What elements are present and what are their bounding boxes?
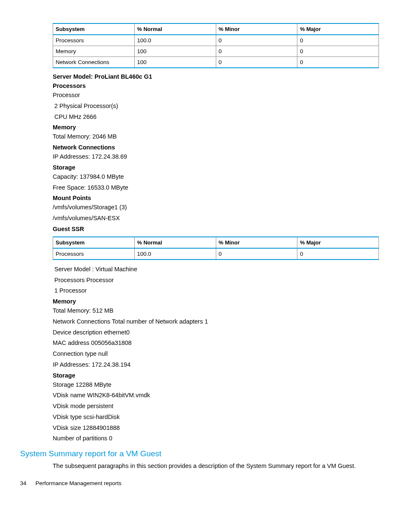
processors-heading: Processors <box>53 82 379 89</box>
storage-heading: Storage <box>53 164 379 171</box>
network-heading: Network Connections <box>53 144 379 151</box>
guest-connection-type: Connection type null <box>53 350 379 359</box>
guest-mac-address: MAC address 005056a31808 <box>53 339 379 348</box>
guest-vdisk-type: VDisk type scsi-hardDisk <box>53 413 379 422</box>
cpu-mhz: CPU MHz 2666 <box>54 113 379 122</box>
section-heading: System Summary report for a VM Guest <box>20 449 379 458</box>
col-subsystem: Subsystem <box>53 237 135 248</box>
guest-processors-label: Processors Processor <box>54 276 379 285</box>
guest-device-desc: Device description ethernet0 <box>53 328 379 337</box>
server-model-heading: Server Model: ProLiant BL460c G1 <box>53 73 379 80</box>
processor-label: Processor <box>53 91 379 100</box>
subsystem-table-host: Subsystem % Normal % Minor % Major Proce… <box>53 23 379 68</box>
col-minor: % Minor <box>216 237 297 248</box>
table-row: Processors 100.0 0 0 <box>53 248 379 260</box>
ip-addresses: IP Addresses: 172.24.38.69 <box>53 152 379 162</box>
footer-title: Performance Management reports <box>36 480 122 486</box>
memory-heading: Memory <box>53 124 379 131</box>
guest-storage-heading: Storage <box>53 372 379 379</box>
guest-memory-heading: Memory <box>53 298 379 305</box>
guest-network-adapters: Network Connections Total number of Netw… <box>53 317 379 326</box>
table-header-row: Subsystem % Normal % Minor % Major <box>53 237 379 248</box>
storage-capacity: Capacity: 137984.0 MByte <box>53 172 379 182</box>
guest-server-model: Server Model : Virtual Machine <box>54 265 379 274</box>
guest-vdisk-size: VDisk size 12884901888 <box>53 424 379 433</box>
col-minor: % Minor <box>216 23 297 35</box>
mount-point-2: /vmfs/volumes/SAN-ESX <box>53 214 379 223</box>
col-subsystem: Subsystem <box>53 23 135 35</box>
guest-ssr-heading: Guest SSR <box>53 226 379 232</box>
storage-free-space: Free Space: 16533.0 MByte <box>53 183 379 193</box>
col-normal: % Normal <box>134 23 216 35</box>
section-paragraph: The subsequent paragraphs in this sectio… <box>53 462 379 471</box>
guest-one-processor: 1 Processor <box>54 286 379 296</box>
guest-vdisk-name: VDisk name WIN2K8-64bitVM.vmdk <box>53 391 379 400</box>
guest-total-memory: Total Memory: 512 MB <box>53 306 379 316</box>
mount-point-1: /vmfs/volumes/Storage1 (3) <box>53 203 379 212</box>
guest-storage-size: Storage 12288 MByte <box>53 380 379 390</box>
guest-ip-addresses: IP Addresses: 172.24.38.194 <box>53 360 379 370</box>
guest-num-partitions: Number of partitions 0 <box>53 434 379 443</box>
col-major: % Major <box>297 23 379 35</box>
subsystem-table-guest: Subsystem % Normal % Minor % Major Proce… <box>53 236 379 260</box>
mount-points-heading: Mount Points <box>53 195 379 201</box>
page-footer: 34 Performance Management reports <box>20 480 379 486</box>
physical-processors: 2 Physical Processor(s) <box>54 102 379 111</box>
table-header-row: Subsystem % Normal % Minor % Major <box>53 23 379 35</box>
total-memory: Total Memory: 2046 MB <box>53 132 379 141</box>
col-normal: % Normal <box>134 237 216 248</box>
table-row: Network Connections 100 0 0 <box>53 57 379 68</box>
guest-vdisk-mode: VDisk mode persistent <box>53 402 379 411</box>
page-number: 34 <box>20 480 26 486</box>
table-row: Processors 100.0 0 0 <box>53 35 379 46</box>
col-major: % Major <box>297 237 379 248</box>
table-row: Memory 100 0 0 <box>53 46 379 57</box>
